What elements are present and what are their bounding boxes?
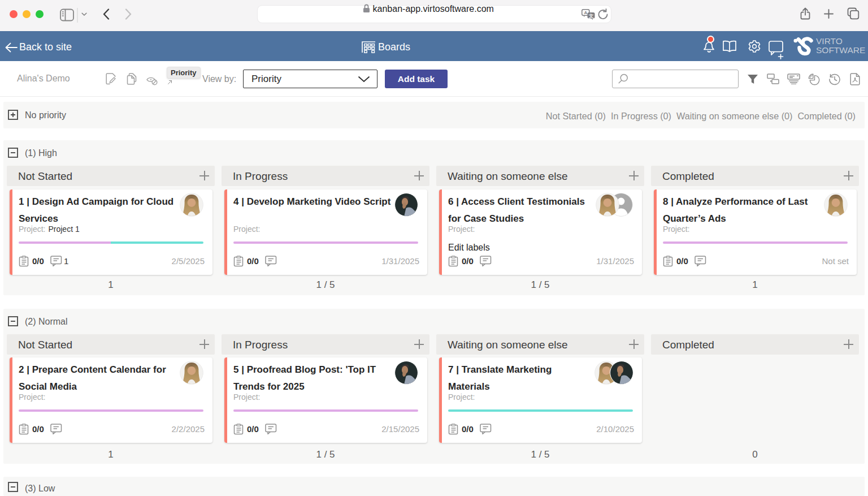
- svg-text:文: 文: [589, 13, 594, 19]
- svg-text:A: A: [584, 10, 587, 15]
